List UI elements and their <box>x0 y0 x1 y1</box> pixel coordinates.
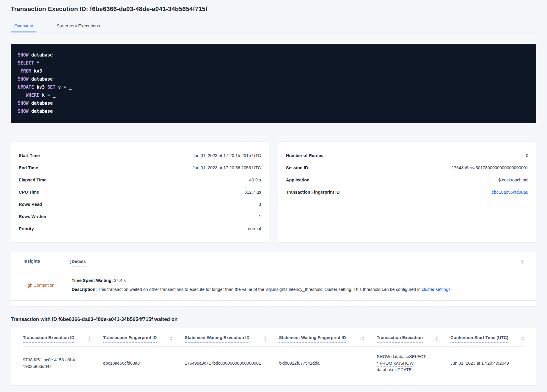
rows-read-label: Rows Read <box>19 202 42 207</box>
txn-fingerprint-link[interactable]: ebc10ae56cfd88a8 <box>492 190 528 195</box>
application-label: Application <box>286 178 309 182</box>
summary-row-txn-fingerprint: Transaction Fingerprint ID ebc10ae56cfd8… <box>286 186 528 198</box>
sql-text: v = _ <box>55 84 71 90</box>
sql-keyword: FROM <box>21 68 31 74</box>
sql-line: WHERE k = _ <box>18 91 529 99</box>
sort-icon[interactable] <box>521 260 524 264</box>
session-id-label: Session ID <box>286 165 308 170</box>
priority-value: normal <box>248 226 261 231</box>
sql-text <box>18 92 26 98</box>
sql-line: SHOW database <box>18 75 529 83</box>
insights-header-label[interactable]: Insights <box>23 259 40 266</box>
col-transaction-execution-id[interactable]: Transaction Execution ID <box>23 335 103 343</box>
sql-text: database <box>29 76 53 82</box>
sort-icon[interactable] <box>88 336 91 341</box>
cell-transaction-fingerprint-id: ebc10ae56cfd88a8 <box>103 360 185 367</box>
session-id-value: 17648a9eea6017800000000000000001 <box>452 165 528 170</box>
summary-row-start-time: Start Time Jun 01, 2023 at 17:20:15:2015… <box>19 149 261 161</box>
cpu-time-value: 312.7 µs <box>244 190 261 195</box>
summary-row-application: Application $ cockroach sql <box>286 174 528 186</box>
end-time-label: End Time <box>19 165 38 170</box>
sql-text: kv3 <box>34 84 47 90</box>
sort-icon[interactable] <box>522 336 524 341</box>
time-spent-waiting: Time Spent Waiting: 34.4 s <box>72 277 524 284</box>
details-header-label[interactable]: Details <box>72 259 86 266</box>
waited-on-heading: Transaction with ID f6be6366-da03-48de-a… <box>11 316 536 322</box>
retries-value: 0 <box>526 153 528 158</box>
sql-text: database <box>29 101 53 106</box>
col-transaction-fingerprint-id[interactable]: Transaction Fingerprint ID <box>103 335 185 343</box>
sql-line: SHOW database <box>18 107 529 115</box>
sort-icon[interactable] <box>170 336 172 341</box>
summary-row-priority: Priority normal <box>19 222 261 235</box>
sql-text: database <box>29 52 53 58</box>
cell-statement-waiting-fingerprint-id: \xdb8922f077541dda <box>279 360 377 367</box>
col-statement-waiting-fingerprint-id[interactable]: Statement Waiting Fingerprint ID <box>279 335 377 343</box>
start-time-value: Jun 01, 2023 at 17:20:15:2015 UTC <box>192 153 261 158</box>
tab-bar: Overview Statement Executions <box>11 20 536 32</box>
cluster-settings-link[interactable]: cluster settings <box>422 287 451 292</box>
sql-keyword: SHOW <box>18 76 29 82</box>
sort-icon[interactable] <box>362 336 364 341</box>
sql-text: kv3 <box>31 68 42 74</box>
sql-line: SELECT * <box>18 59 529 67</box>
rows-written-value: 1 <box>259 214 261 219</box>
sort-icon[interactable] <box>436 336 438 341</box>
insight-description: Description: This transaction waited on … <box>72 286 524 293</box>
table-row: 9738d051-bc0e-4158-a9b4-1903586ddd42 ebc… <box>23 346 524 381</box>
col-label[interactable]: Transaction Execution <box>377 335 423 343</box>
cpu-time-label: CPU Time <box>19 190 39 195</box>
elapsed-time-value: 40.9 s <box>249 178 261 182</box>
insights-column-header[interactable]: Insights <box>23 259 72 266</box>
col-label[interactable]: Statement Waiting Fingerprint ID <box>279 335 346 343</box>
retries-label: Number of Retries <box>286 153 323 158</box>
sql-line: FROM kv3 <box>18 67 529 75</box>
details-column-header[interactable]: Details <box>72 259 521 266</box>
rows-read-value: 3 <box>259 202 261 207</box>
page: Transaction Execution ID: f6be6366-da03-… <box>0 0 547 385</box>
sort-icon[interactable] <box>264 336 267 341</box>
description-label: Description: <box>72 287 97 292</box>
insight-type-badge: High Contention <box>23 283 72 288</box>
sql-line: SHOW database <box>18 51 529 59</box>
cell-contention-start-time: Jun 01, 2023 at 17:20:49:2049 <box>450 360 524 367</box>
transaction-execution-link[interactable]: SHOW databaseSELECT * FROM kv3SHOW datab… <box>377 354 428 373</box>
sort-desc-icon[interactable] <box>69 260 72 266</box>
page-title: Transaction Execution ID: f6be6366-da03-… <box>11 5 536 12</box>
summary-row-rows-written: Rows Written 1 <box>19 210 261 222</box>
cell-transaction-execution: SHOW databaseSELECT * FROM kv3SHOW datab… <box>377 354 450 373</box>
cell-transaction-execution-id: 9738d051-bc0e-4158-a9b4-1903586ddd42 <box>23 357 103 370</box>
sql-text: * <box>34 60 39 66</box>
application-value: $ cockroach sql <box>498 178 528 182</box>
sql-line: SHOW database <box>18 99 529 107</box>
rows-written-label: Rows Written <box>19 214 46 219</box>
col-label[interactable]: Transaction Execution ID <box>23 335 74 343</box>
tab-overview[interactable]: Overview <box>11 20 37 32</box>
waiting-value: 34.4 s <box>113 278 126 283</box>
sql-keyword: SHOW <box>18 101 29 106</box>
timing-summary-card: Start Time Jun 01, 2023 at 17:20:15:2015… <box>11 142 269 242</box>
insights-table: Insights Details High Contention Time Sp… <box>11 252 536 306</box>
waited-on-table-header: Transaction Execution ID Transaction Fin… <box>23 328 524 343</box>
col-label[interactable]: Statement Waiting Execution ID <box>185 335 250 343</box>
end-time-value: Jun 01, 2023 at 17:20:56:2056 UTC <box>192 165 261 170</box>
col-transaction-execution[interactable]: Transaction Execution <box>377 335 450 343</box>
summary-cards: Start Time Jun 01, 2023 at 17:20:15:2015… <box>11 142 536 242</box>
sql-keyword: SHOW <box>18 109 29 114</box>
start-time-label: Start Time <box>19 153 40 158</box>
sql-keyword: UPDATE <box>18 84 34 90</box>
description-text: This transaction waited on other transac… <box>97 287 422 292</box>
sql-line: UPDATE kv3 SET v = _ <box>18 83 529 91</box>
col-contention-start-time[interactable]: Contention Start Time (UTC) <box>450 335 524 343</box>
waited-on-table: Transaction Execution ID Transaction Fin… <box>11 328 536 385</box>
tab-statement-executions[interactable]: Statement Executions <box>53 20 104 32</box>
insight-details: Time Spent Waiting: 34.4 s Description: … <box>72 277 524 293</box>
insight-row: High Contention Time Spent Waiting: 34.4… <box>11 270 536 301</box>
col-statement-waiting-execution-id[interactable]: Statement Waiting Execution ID <box>185 335 279 343</box>
col-label[interactable]: Transaction Fingerprint ID <box>103 335 157 343</box>
col-label[interactable]: Contention Start Time (UTC) <box>450 335 508 343</box>
priority-label: Priority <box>19 226 34 231</box>
waiting-label: Time Spent Waiting: <box>72 278 113 283</box>
summary-row-end-time: End Time Jun 01, 2023 at 17:20:56:2056 U… <box>19 161 261 174</box>
session-summary-card: Number of Retries 0 Session ID 17648a9ee… <box>278 142 536 242</box>
